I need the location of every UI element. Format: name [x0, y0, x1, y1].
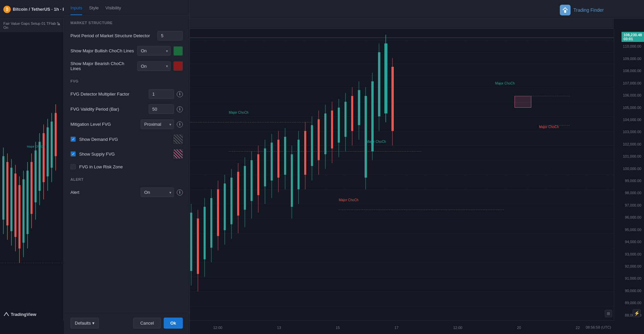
indicator-title-text: Fair Value Gaps Setup 01 TFlab 5 On: [3, 21, 60, 30]
chevron-up-btn[interactable]: ▲: [57, 21, 61, 26]
svg-rect-79: [237, 172, 239, 216]
price-tick: 105,000.00: [617, 106, 641, 110]
svg-rect-125: [35, 151, 37, 203]
fvg-validity-input[interactable]: [149, 104, 174, 114]
time-tick: 22: [576, 326, 580, 330]
svg-rect-27: [311, 125, 313, 166]
trading-finder-text: Trading Finder: [573, 7, 604, 13]
mitigation-label: Mitigation Level FVG: [70, 122, 138, 127]
svg-rect-103: [344, 102, 346, 137]
demand-pattern-swatch[interactable]: [173, 134, 183, 144]
fvg-multiplier-input[interactable]: [149, 89, 174, 99]
svg-rect-95: [318, 119, 320, 160]
svg-rect-85: [257, 154, 259, 195]
svg-rect-17: [371, 81, 374, 152]
alert-row: Alert On Off ℹ: [70, 185, 183, 200]
mitigation-select[interactable]: Proximal Distal 50%: [141, 119, 174, 129]
show-demand-checkbox[interactable]: ✓: [70, 136, 76, 142]
alert-select-wrapper: On Off: [141, 187, 174, 197]
bearish-color-swatch[interactable]: [173, 61, 183, 71]
fvg-multiplier-info-icon[interactable]: ℹ: [177, 91, 183, 97]
show-demand-row: ✓ Show Demand FVG: [70, 132, 183, 147]
price-tick: 102,000.00: [617, 142, 641, 146]
defaults-button[interactable]: Defaults ▾: [70, 318, 99, 329]
fvg-multiplier-label: FVG Detector Multiplier Factor: [70, 92, 146, 97]
svg-rect-101: [338, 108, 340, 143]
zoom-icon[interactable]: ⊞: [605, 310, 612, 317]
alert-info-icon[interactable]: ℹ: [177, 189, 183, 196]
settings-tabs: Inputs Style Visibility: [64, 0, 190, 15]
fvg-validity-info-icon[interactable]: ℹ: [177, 106, 183, 112]
tradingview-logo: TradingView: [3, 311, 36, 317]
left-sidebar: Fair Value Gaps Setup 01 TFlab 5 On ▲: [0, 19, 64, 321]
price-tick: 110,000.00: [617, 44, 641, 48]
svg-rect-83: [251, 160, 253, 201]
svg-rect-19: [378, 52, 380, 116]
cancel-button[interactable]: Cancel: [133, 318, 161, 329]
current-price-box: 108,230.48 03:01: [622, 32, 644, 42]
pivot-period-row: Pivot Period of Market Structure Detecto…: [70, 28, 183, 43]
fvg-low-risk-label: FVG in Low Risk Zone: [79, 164, 183, 169]
svg-rect-129: [43, 133, 45, 182]
section-market-structure: MARKET STRUCTURE: [70, 15, 183, 28]
price-tick: 89,000.00: [617, 301, 641, 305]
time-tick: 17: [394, 326, 398, 330]
mitigation-info-icon[interactable]: ℹ: [177, 121, 183, 127]
svg-rect-127: [39, 142, 41, 191]
svg-rect-69: [204, 207, 206, 260]
svg-rect-131: [47, 127, 49, 176]
price-tick: 107,000.00: [617, 81, 641, 85]
tab-inputs[interactable]: Inputs: [70, 5, 82, 15]
price-tick: 94,000.00: [617, 240, 641, 244]
alert-label: Alert: [70, 190, 138, 195]
tab-style[interactable]: Style: [89, 5, 99, 15]
checkmark-icon-2: ✓: [72, 152, 75, 156]
settings-footer: Defaults ▾ Cancel Ok: [64, 312, 190, 334]
major-bullish-select[interactable]: On Off: [137, 46, 171, 56]
major-bullish-label: Show Major Bullish ChoCh Lines: [70, 48, 135, 53]
svg-rect-67: [197, 219, 199, 274]
major-bearish-select-wrapper: On Off: [137, 61, 171, 71]
scroll-to-end-icon[interactable]: ⚡: [633, 309, 641, 317]
alert-select[interactable]: On Off: [141, 187, 174, 197]
ok-button[interactable]: Ok: [164, 318, 183, 329]
price-tick: 91,000.00: [617, 276, 641, 280]
major-bearish-select[interactable]: On Off: [137, 61, 171, 71]
svg-rect-93: [284, 137, 286, 175]
svg-rect-133: [51, 122, 53, 168]
show-supply-checkbox[interactable]: ✓: [70, 151, 76, 157]
price-tick: 109,000.00: [617, 57, 641, 61]
svg-text:Major ChpCh: Major ChpCh: [27, 145, 45, 148]
price-tick: 98,000.00: [617, 191, 641, 195]
settings-content: MARKET STRUCTURE Pivot Period of Market …: [64, 15, 190, 312]
time-tick: 12:00: [453, 326, 463, 330]
tab-visibility[interactable]: Visibility: [105, 5, 121, 15]
fvg-multiplier-row: FVG Detector Multiplier Factor ℹ: [70, 87, 183, 102]
price-tick: 103,000.00: [617, 130, 641, 134]
pivot-period-input[interactable]: [157, 31, 183, 41]
pivot-period-label: Pivot Period of Market Structure Detecto…: [70, 33, 155, 38]
fvg-low-risk-checkbox[interactable]: [70, 164, 76, 169]
svg-rect-71: [210, 198, 212, 248]
symbol-info: ₿ Bitcoin / TetherUS · 1h · BIN: [3, 6, 70, 13]
major-bearish-row: Show Major Bearish ChoCh Lines On Off: [70, 58, 183, 74]
price-tick: 96,000.00: [617, 215, 641, 219]
price-axis: 111,000.00 110,000.00 109,000.00 108,000…: [614, 29, 644, 321]
price-tick: 97,000.00: [617, 203, 641, 207]
section-fvg: FVG: [70, 74, 183, 87]
svg-rect-75: [224, 183, 226, 230]
mitigation-row: Mitigation Level FVG Proximal Distal 50%…: [70, 117, 183, 132]
price-tick: 90,000.00: [617, 289, 641, 293]
svg-rect-77: [230, 178, 232, 224]
time-tick: 13: [277, 326, 281, 330]
supply-pattern-swatch[interactable]: [173, 149, 183, 159]
trading-finder-logo: Trading Finder: [560, 5, 604, 15]
chevron-down-icon: ▾: [92, 321, 95, 326]
mini-chart: Major ChpCh: [0, 32, 63, 321]
price-tick: 93,000.00: [617, 252, 641, 256]
bullish-color-swatch[interactable]: [173, 46, 183, 56]
price-tick: 92,000.00: [617, 264, 641, 268]
svg-rect-123: [31, 162, 33, 214]
fvg-low-risk-row: FVG in Low Risk Zone: [70, 161, 183, 172]
price-tick: 100,000.00: [617, 167, 641, 171]
